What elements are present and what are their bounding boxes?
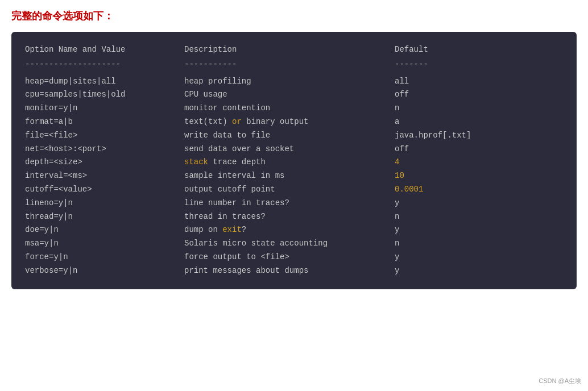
row-col3: 0.0001 <box>395 183 563 197</box>
row-col1: file=<file> <box>25 129 184 143</box>
row-col1: doe=y|n <box>25 223 184 237</box>
format-desc-before: text(txt) <box>184 117 232 126</box>
row-col1: monitor=y|n <box>25 102 184 115</box>
row-col1: msa=y|n <box>25 237 184 251</box>
row-col1: thread=y|n <box>25 210 184 224</box>
row-col1: force=y|n <box>25 251 184 264</box>
row-col3: n <box>395 237 563 251</box>
row-col2: write data to file <box>184 129 395 143</box>
divider-col2: ----------- <box>184 58 395 72</box>
row-col3: off <box>395 88 563 102</box>
row-col2: force output to <file> <box>184 251 395 264</box>
row-col3: y <box>395 197 563 210</box>
row-col3: 10 <box>395 169 563 183</box>
row-col2: dump on exit? <box>184 223 395 237</box>
row-col2: text(txt) or binary output <box>184 115 395 129</box>
row-col1: cpu=samples|times|old <box>25 88 184 102</box>
row-col1: net=<host>:<port> <box>25 143 184 156</box>
table-row: monitor=y|n monitor contention n <box>25 102 563 115</box>
table-row: heap=dump|sites|all heap profiling all <box>25 75 563 89</box>
header-col3: Default <box>395 43 563 57</box>
row-col3: 4 <box>395 156 563 169</box>
code-block: Option Name and Value Description Defaul… <box>11 32 577 289</box>
table-row: verbose=y|n print messages about dumps y <box>25 264 563 278</box>
header-col1: Option Name and Value <box>25 43 184 57</box>
stack-highlight: stack <box>184 157 208 167</box>
table-row: thread=y|n thread in traces? n <box>25 210 563 224</box>
doe-desc-after: ? <box>242 225 246 234</box>
row-col1: lineno=y|n <box>25 197 184 210</box>
table-row: format=a|b text(txt) or binary output a <box>25 115 563 129</box>
table-header: Option Name and Value Description Defaul… <box>25 43 563 57</box>
row-col3: n <box>395 210 563 224</box>
row-col2: monitor contention <box>184 102 395 115</box>
depth-desc-after: trace depth <box>208 157 266 167</box>
row-col3: n <box>395 102 563 115</box>
row-col3: all <box>395 75 563 89</box>
divider-col3: ------- <box>395 58 563 72</box>
row-col2: Solaris micro state accounting <box>184 237 395 251</box>
table-row: interval=<ms> sample interval in ms 10 <box>25 169 563 183</box>
row-col2: print messages about dumps <box>184 264 395 278</box>
table-row: net=<host>:<port> send data over a socke… <box>25 143 563 156</box>
row-col2: send data over a socket <box>184 143 395 156</box>
exit-highlight: exit <box>222 225 242 234</box>
table-divider: -------------------- ----------- ------- <box>25 58 563 72</box>
row-col1: depth=<size> <box>25 156 184 169</box>
table-row: cpu=samples|times|old CPU usage off <box>25 88 563 102</box>
row-col2: stack trace depth <box>184 156 395 169</box>
row-col2: output cutoff point <box>184 183 395 197</box>
row-col1: heap=dump|sites|all <box>25 75 184 89</box>
row-col1: cutoff=<value> <box>25 183 184 197</box>
table-row: lineno=y|n line number in traces? y <box>25 197 563 210</box>
header-col2: Description <box>184 43 395 57</box>
row-col2: thread in traces? <box>184 210 395 224</box>
or-highlight: or <box>232 117 242 126</box>
row-col1: verbose=y|n <box>25 264 184 278</box>
divider-col1: -------------------- <box>25 58 184 72</box>
table-row: depth=<size> stack trace depth 4 <box>25 156 563 169</box>
row-col3: y <box>395 264 563 278</box>
format-desc-after: binary output <box>242 117 309 126</box>
row-col3: y <box>395 251 563 264</box>
table-row: doe=y|n dump on exit? y <box>25 223 563 237</box>
row-col1: interval=<ms> <box>25 169 184 183</box>
row-col2: sample interval in ms <box>184 169 395 183</box>
row-col2: line number in traces? <box>184 197 395 210</box>
table-row: msa=y|n Solaris micro state accounting n <box>25 237 563 251</box>
table-row: file=<file> write data to file java.hpro… <box>25 129 563 143</box>
row-col3: off <box>395 143 563 156</box>
row-col2: CPU usage <box>184 88 395 102</box>
table-row: force=y|n force output to <file> y <box>25 251 563 264</box>
watermark: CSDN @A尘埃 <box>539 377 581 385</box>
row-col3: java.hprof[.txt] <box>395 129 563 143</box>
row-col3: y <box>395 223 563 237</box>
row-col1: format=a|b <box>25 115 184 129</box>
row-col2: heap profiling <box>184 75 395 89</box>
doe-desc-before: dump on <box>184 225 222 234</box>
table-row: cutoff=<value> output cutoff point 0.000… <box>25 183 563 197</box>
page-title: 完整的命令选项如下： <box>11 9 577 23</box>
row-col3: a <box>395 115 563 129</box>
